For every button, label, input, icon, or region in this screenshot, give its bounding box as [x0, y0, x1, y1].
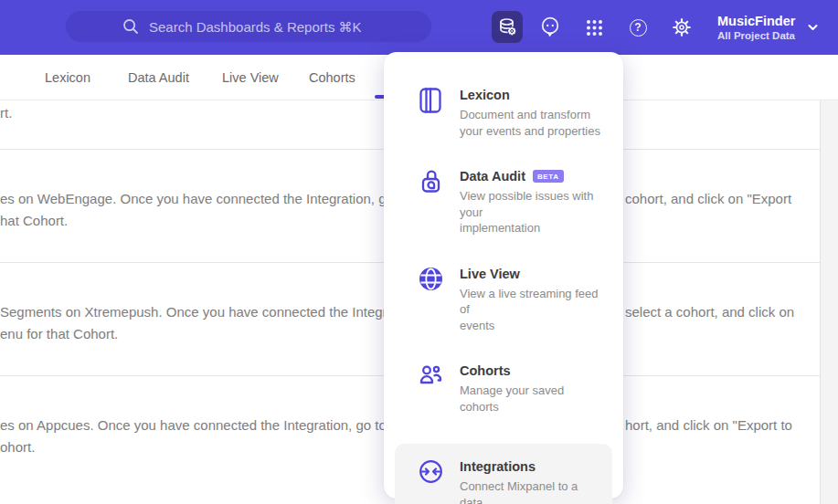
menu-item-title: Live View: [460, 266, 520, 282]
tab-data-audit[interactable]: Data Audit: [128, 55, 189, 100]
project-subtitle: All Project Data: [717, 29, 795, 42]
global-search[interactable]: [66, 11, 431, 42]
menu-item-description: Connect Mixpanel to a data pipeline or c…: [460, 478, 599, 504]
menu-item-title: Data Audit: [460, 168, 525, 184]
menu-item-title: Integrations: [460, 458, 536, 475]
tab-cohorts[interactable]: Cohorts: [309, 55, 355, 100]
row-text-webengage-right: cohort, and click on "Export: [625, 188, 791, 210]
feedback-button[interactable]: [535, 0, 566, 55]
project-switcher[interactable]: MusicFinder All Project Data: [717, 0, 818, 55]
menu-item-title: Cohorts: [460, 362, 511, 379]
row-text-xtremepush-right: select a cohort, and click on: [625, 301, 794, 323]
data-management-button[interactable]: [492, 11, 523, 43]
menu-item-description: Document and transform your events and p…: [460, 107, 600, 139]
data-management-menu: Lexicon Document and transform your even…: [384, 52, 623, 499]
chat-smiley-icon: [539, 16, 561, 39]
gear-icon: [672, 17, 692, 37]
apps-grid-button[interactable]: [578, 0, 610, 55]
menu-item-data-audit[interactable]: Data Audit BETA View possible issues wit…: [384, 153, 623, 251]
menu-item-title: Lexicon: [460, 87, 510, 103]
chevron-down-icon: [808, 24, 818, 31]
help-glyph: ?: [634, 21, 641, 34]
sync-circle-icon: [419, 458, 444, 504]
row-text-appcues-right: hort, and click on "Export to: [625, 415, 792, 436]
search-icon: [122, 17, 140, 36]
menu-item-description: View possible issues with your implement…: [460, 188, 605, 236]
help-button[interactable]: ?: [622, 0, 653, 55]
menu-item-cohorts[interactable]: Cohorts Manage your saved cohorts: [384, 348, 623, 436]
lock-audit-icon: [419, 168, 444, 236]
book-icon: [419, 87, 444, 139]
settings-button[interactable]: [666, 0, 697, 55]
grid-dots-icon: [585, 18, 604, 37]
help-icon: ?: [630, 19, 647, 37]
menu-item-live-view[interactable]: Live View View a live streaming feed of …: [384, 251, 623, 349]
people-icon: [419, 362, 444, 415]
globe-icon: [419, 266, 444, 334]
menu-item-description: View a live streaming feed of events: [460, 286, 605, 334]
beta-badge: BETA: [533, 170, 564, 183]
menu-item-integrations[interactable]: Integrations Connect Mixpanel to a data …: [395, 444, 612, 504]
top-header: ? MusicFinder All Project Data: [0, 0, 838, 55]
menu-item-description: Manage your saved cohorts: [460, 383, 605, 415]
tab-live-view[interactable]: Live View: [222, 55, 279, 100]
menu-item-lexicon[interactable]: Lexicon Document and transform your even…: [384, 72, 623, 153]
database-gear-icon: [497, 16, 518, 37]
tab-lexicon[interactable]: Lexicon: [45, 55, 90, 100]
project-name: MusicFinder: [717, 13, 795, 29]
search-input[interactable]: [149, 19, 376, 35]
